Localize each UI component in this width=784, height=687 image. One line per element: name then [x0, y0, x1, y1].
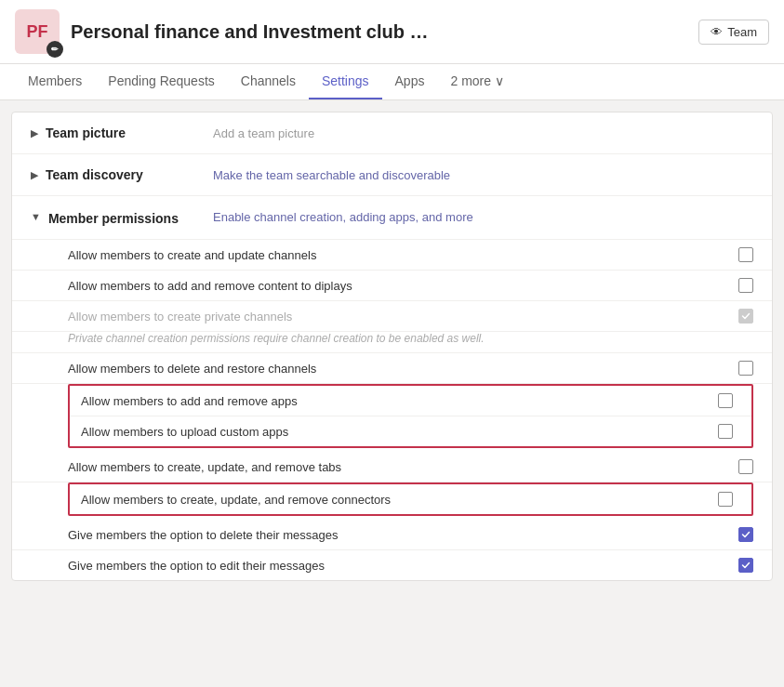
perm-delete-messages-text: Give members the option to delete their … — [68, 528, 731, 542]
team-picture-desc: Add a team picture — [213, 126, 314, 140]
tab-apps[interactable]: Apps — [382, 64, 438, 99]
avatar: PF ✏ — [15, 9, 60, 54]
settings-content: ▶ Team picture Add a team picture ▶ Team… — [11, 112, 773, 581]
member-permissions-header: ▼ Member permissions Enable channel crea… — [12, 196, 772, 240]
perm-create-update-channels: Allow members to create and update chann… — [12, 240, 772, 271]
perm-delete-restore-channels: Allow members to delete and restore chan… — [12, 353, 772, 384]
perm-create-update-remove-connectors-checkbox[interactable] — [718, 492, 733, 507]
eye-icon: 👁 — [711, 25, 723, 39]
perm-private-channel-note: Private channel creation permissions req… — [12, 332, 772, 353]
team-discovery-expand-icon[interactable]: ▶ — [31, 169, 38, 181]
team-picture-expand-icon[interactable]: ▶ — [31, 127, 38, 139]
perm-edit-messages-checkbox[interactable] — [738, 558, 753, 573]
team-button[interactable]: 👁 Team — [698, 20, 769, 45]
perm-add-remove-content: Allow members to add and remove content … — [12, 271, 772, 301]
header: PF ✏ Personal finance and Investment clu… — [0, 0, 784, 64]
tab-channels[interactable]: Channels — [228, 64, 309, 99]
member-permissions-desc: Enable channel creation, adding apps, an… — [213, 210, 473, 224]
team-discovery-section: ▶ Team discovery Make the team searchabl… — [12, 154, 772, 196]
tab-pending-requests[interactable]: Pending Requests — [95, 64, 227, 99]
perm-delete-restore-channels-checkbox[interactable] — [738, 361, 753, 376]
perm-create-update-remove-tabs: Allow members to create, update, and rem… — [12, 452, 772, 482]
perm-private-channel-note-text: Private channel creation permissions req… — [68, 332, 753, 345]
tab-more[interactable]: 2 more ∨ — [437, 64, 516, 99]
team-button-label: Team — [727, 25, 757, 39]
perm-add-remove-content-text: Allow members to add and remove content … — [68, 279, 731, 293]
perm-connectors-group: Allow members to create, update, and rem… — [68, 482, 753, 516]
nav-tabs: Members Pending Requests Channels Settin… — [0, 64, 784, 100]
perm-delete-messages-checkbox[interactable] — [738, 527, 753, 542]
member-permissions-expand-icon[interactable]: ▼ — [31, 211, 41, 222]
avatar-initials: PF — [26, 22, 47, 42]
tab-settings[interactable]: Settings — [309, 64, 382, 99]
perm-create-private-channels-text: Allow members to create private channels — [68, 310, 731, 324]
team-picture-label: Team picture — [46, 126, 126, 140]
perm-add-remove-apps: Allow members to add and remove apps — [70, 386, 751, 416]
avatar-edit-icon[interactable]: ✏ — [47, 41, 63, 58]
perm-upload-custom-apps-checkbox[interactable] — [718, 424, 733, 439]
perm-create-update-remove-tabs-checkbox[interactable] — [738, 459, 753, 474]
tab-members[interactable]: Members — [15, 64, 95, 99]
perm-create-private-channels: Allow members to create private channels — [12, 301, 772, 332]
perm-delete-restore-channels-text: Allow members to delete and restore chan… — [68, 362, 731, 376]
perm-create-update-remove-connectors-text: Allow members to create, update, and rem… — [81, 493, 711, 507]
perm-create-private-channels-checkbox[interactable] — [738, 309, 753, 324]
perm-create-update-remove-tabs-text: Allow members to create, update, and rem… — [68, 460, 731, 474]
perm-delete-messages: Give members the option to delete their … — [12, 520, 772, 550]
member-permissions-section: ▼ Member permissions Enable channel crea… — [12, 196, 772, 580]
perm-create-update-channels-checkbox[interactable] — [738, 247, 753, 262]
team-discovery-label: Team discovery — [46, 167, 143, 182]
perm-create-update-remove-connectors: Allow members to create, update, and rem… — [70, 484, 751, 514]
perm-apps-group: Allow members to add and remove apps All… — [68, 384, 753, 448]
page-title: Personal finance and Investment club … — [71, 21, 687, 43]
perm-add-remove-apps-checkbox[interactable] — [718, 393, 733, 408]
member-permissions-label: Member permissions — [48, 211, 179, 226]
perm-add-remove-apps-text: Allow members to add and remove apps — [81, 394, 711, 408]
perm-add-remove-content-checkbox[interactable] — [738, 278, 753, 293]
perm-edit-messages: Give members the option to edit their me… — [12, 550, 772, 580]
perm-upload-custom-apps: Allow members to upload custom apps — [70, 416, 751, 446]
perm-edit-messages-text: Give members the option to edit their me… — [68, 559, 731, 573]
team-picture-section: ▶ Team picture Add a team picture — [12, 112, 772, 154]
team-discovery-desc: Make the team searchable and discoverabl… — [213, 168, 450, 182]
perm-create-update-channels-text: Allow members to create and update chann… — [68, 248, 731, 262]
perm-upload-custom-apps-text: Allow members to upload custom apps — [81, 425, 711, 439]
